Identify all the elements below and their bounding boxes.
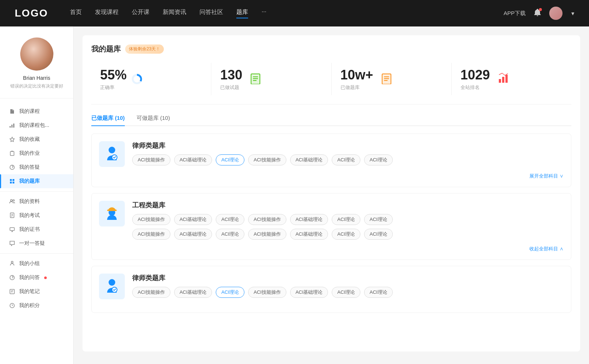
nav-open-course[interactable]: 公开课	[132, 8, 149, 18]
tag-1-6[interactable]: ACI理论	[364, 154, 393, 165]
sidebar-item-notes[interactable]: 我的笔记	[0, 285, 73, 299]
sidebar-item-favorites[interactable]: 我的收藏	[0, 132, 73, 146]
sidebar-item-course-package[interactable]: 我的课程包...	[0, 118, 73, 132]
page-layout: Brian Harris 错误的决定比没有决定要好 我的课程 我的课程包...	[0, 0, 589, 364]
svg-rect-24	[499, 79, 501, 83]
sidebar-item-certificate[interactable]: 我的证书	[0, 222, 73, 236]
svg-rect-4	[10, 151, 14, 156]
nav-news[interactable]: 新闻资讯	[163, 8, 186, 18]
tag-2b-5[interactable]: ACI理论	[332, 229, 360, 240]
document-icon	[9, 108, 15, 115]
svg-point-10	[11, 200, 13, 201]
tag-2-3[interactable]: ACI技能操作	[248, 214, 286, 225]
qbank-section-engineer: 工程类题库 ACI技能操作 ACI基础理论 ACI理论 ACI技能操作 ACI基…	[91, 193, 571, 260]
profile-section: Brian Harris 错误的决定比没有决定要好	[0, 38, 73, 99]
sidebar-item-my-exam[interactable]: 我的考试	[0, 208, 73, 222]
sidebar-item-tutoring[interactable]: 一对一答疑	[0, 236, 73, 250]
tag-2-6[interactable]: ACI理论	[364, 214, 393, 225]
star-icon	[9, 136, 15, 143]
tags-row-3: ACI技能操作 ACI基础理论 ACI理论 ACI技能操作 ACI基础理论 AC…	[132, 287, 564, 298]
collapse-link-2[interactable]: 收起全部科目 ∧	[529, 246, 564, 252]
stat-questions-number: 130	[220, 67, 242, 83]
tag-3-5[interactable]: ACI理论	[332, 287, 360, 298]
sidebar-divider	[0, 191, 73, 192]
svg-point-14	[11, 261, 13, 263]
stat-ranking: 1029 全站排名	[452, 63, 571, 95]
tag-3-1[interactable]: ACI基础理论	[174, 287, 212, 298]
sidebar-divider-2	[0, 253, 73, 254]
sidebar-item-question-bank[interactable]: 我的题库	[0, 174, 73, 188]
tag-1-0[interactable]: ACI技能操作	[132, 154, 170, 165]
tag-2b-0[interactable]: ACI技能操作	[132, 229, 170, 240]
tag-3-6[interactable]: ACI理论	[364, 287, 393, 298]
clipboard-icon	[9, 150, 15, 157]
nav-home[interactable]: 首页	[70, 8, 82, 18]
tag-2-0[interactable]: ACI技能操作	[132, 214, 170, 225]
user-dropdown-arrow[interactable]: ▾	[571, 10, 574, 17]
qbank-footer-2: 收起全部科目 ∧	[99, 246, 564, 252]
svg-rect-8	[10, 182, 12, 183]
sidebar-item-group[interactable]: 我的小组	[0, 257, 73, 271]
stat-banks-number: 10w+	[341, 67, 373, 83]
tag-2-5[interactable]: ACI理论	[332, 214, 360, 225]
sidebar-item-points[interactable]: 我的积分	[0, 299, 73, 313]
sidebar-label: 我的问答	[19, 274, 40, 281]
nav-qa[interactable]: 问答社区	[200, 8, 223, 18]
app-download[interactable]: APP下载	[504, 10, 526, 17]
tag-1-3[interactable]: ACI技能操作	[248, 154, 286, 165]
profile-name: Brian Harris	[23, 75, 50, 81]
sidebar-item-questions[interactable]: 我的问答	[0, 271, 73, 285]
tag-1-4[interactable]: ACI基础理论	[290, 154, 328, 165]
tag-1-5[interactable]: ACI理论	[332, 154, 360, 165]
tag-1-2[interactable]: ACI理论	[216, 154, 244, 165]
chat-icon	[9, 240, 15, 247]
nav-right: APP下载 ▾	[504, 7, 574, 20]
tag-2b-1[interactable]: ACI基础理论	[174, 229, 212, 240]
stat-questions-label: 已做试题	[220, 84, 242, 91]
avatar[interactable]	[549, 7, 562, 20]
tag-3-0[interactable]: ACI技能操作	[132, 287, 170, 298]
certificate-icon	[9, 226, 15, 233]
tag-1-1[interactable]: ACI基础理论	[174, 154, 212, 165]
page-header: 我的题库 体验剩余23天！	[91, 44, 571, 54]
qbank-title-2: 工程类题库	[132, 201, 564, 210]
sidebar-item-qa[interactable]: 我的答疑	[0, 160, 73, 174]
tag-2-2[interactable]: ACI理论	[216, 214, 244, 225]
qbank-header-1: 律师类题库 ACI技能操作 ACI基础理论 ACI理论 ACI技能操作 ACI基…	[99, 141, 564, 167]
svg-rect-2	[13, 124, 14, 128]
sidebar-item-homework[interactable]: 我的作业	[0, 146, 73, 160]
stat-ranking-label: 全站排名	[461, 84, 490, 91]
sidebar-label: 我的课程包...	[19, 122, 49, 129]
nav-question-bank[interactable]: 题库	[236, 8, 248, 18]
notification-bell[interactable]	[533, 8, 542, 18]
doc-orange-icon	[381, 72, 392, 86]
page-title: 我的题库	[91, 44, 121, 54]
tag-3-3[interactable]: ACI技能操作	[248, 287, 286, 298]
question-circle-icon	[9, 164, 15, 171]
stat-banks-label: 已做题库	[341, 84, 373, 91]
qbank-header-2: 工程类题库 ACI技能操作 ACI基础理论 ACI理论 ACI技能操作 ACI基…	[99, 201, 564, 240]
nav-more[interactable]: ···	[261, 8, 266, 18]
tag-3-2[interactable]: ACI理论	[216, 287, 244, 298]
sidebar: Brian Harris 错误的决定比没有决定要好 我的课程 我的课程包...	[0, 26, 74, 364]
sidebar-label: 我的考试	[19, 212, 40, 219]
tag-2b-3[interactable]: ACI技能操作	[248, 229, 286, 240]
nav-discover[interactable]: 发现课程	[95, 8, 119, 18]
tag-2-4[interactable]: ACI基础理论	[290, 214, 328, 225]
tag-3-4[interactable]: ACI基础理论	[290, 287, 328, 298]
tab-available-banks[interactable]: 可做题库 (10)	[137, 115, 170, 125]
tab-bar: 已做题库 (10) 可做题库 (10)	[91, 115, 571, 126]
sidebar-item-my-course[interactable]: 我的课程	[0, 104, 73, 118]
svg-point-17	[10, 303, 14, 308]
tag-2b-4[interactable]: ACI基础理论	[290, 229, 328, 240]
tab-done-banks[interactable]: 已做题库 (10)	[91, 115, 125, 125]
qbank-title-1: 律师类题库	[132, 141, 564, 150]
tag-2b-6[interactable]: ACI理论	[364, 229, 393, 240]
notification-badge	[44, 276, 47, 279]
sidebar-item-my-data[interactable]: 我的资料	[0, 195, 73, 208]
tag-2b-2[interactable]: ACI理论	[216, 229, 244, 240]
question-icon	[9, 274, 15, 281]
svg-rect-9	[13, 182, 14, 183]
tag-2-1[interactable]: ACI基础理论	[174, 214, 212, 225]
expand-link-1[interactable]: 展开全部科目 ∨	[529, 173, 564, 179]
